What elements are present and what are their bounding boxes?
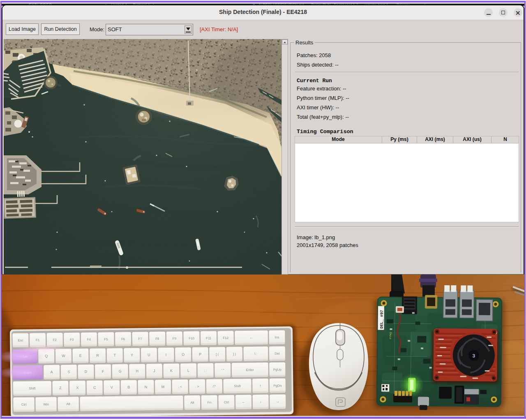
svg-text:F9: F9 [173,337,177,340]
svg-text:F7: F7 [138,337,143,341]
svg-text:\ :: \ : [254,352,257,356]
svg-text:W: W [62,354,65,358]
svg-text:C: C [93,385,96,390]
svg-text:O: O [182,353,185,357]
svg-text:PgDn: PgDn [273,384,281,388]
svg-text:F1: F1 [36,338,40,342]
svg-text:F11: F11 [206,336,212,340]
svg-text:F2: F2 [53,338,57,342]
svg-text:PgUp: PgUp [273,368,282,372]
svg-text:Q: Q [45,354,48,358]
svg-text:K: K [170,369,173,373]
svg-text:Y: Y [131,353,133,357]
svg-text:←: ← [242,400,245,404]
svg-text:←: ← [249,335,253,339]
svg-text:G: G [119,369,122,373]
svg-text:Enter: Enter [246,368,254,372]
svg-text:→: → [276,399,279,404]
svg-text:F5: F5 [104,337,108,341]
svg-text:F8: F8 [155,337,159,341]
svg-text:' ”: ' ” [221,369,224,372]
svg-text:/?: /? [213,385,216,388]
svg-text:F6: F6 [121,337,125,341]
svg-text:F3: F3 [70,338,74,342]
svg-text:L: L [187,368,189,372]
svg-text:↑: ↑ [259,383,261,388]
svg-text:; :: ; : [204,369,207,372]
svg-text:S: S [67,370,70,374]
svg-text:H: H [136,369,138,373]
svg-text:DEL_ #97: DEL_ #97 [380,310,384,329]
svg-text:Alt: Alt [190,401,194,404]
svg-text:F4: F4 [87,338,91,342]
svg-text:Ins: Ins [275,335,279,339]
svg-text:A: A [51,370,53,374]
svg-text:Z: Z [59,386,62,390]
svg-text:M: M [161,385,165,389]
svg-text:Win: Win [43,402,49,406]
svg-text:D: D [85,369,88,374]
svg-text:Shift: Shift [234,384,241,388]
svg-text:, <: , < [178,385,182,389]
svg-text:J: J [153,369,155,373]
svg-text:T: T [114,353,116,357]
svg-text:F12: F12 [223,336,228,340]
svg-text:3: 3 [473,353,475,359]
svg-text:N: N [145,385,148,389]
svg-text:B: B [127,385,130,389]
svg-text:Shift: Shift [29,387,36,390]
svg-text:Fn: Fn [208,401,211,404]
svg-text:I: I [166,353,167,357]
svg-text:Esc: Esc [18,339,23,342]
svg-text:X: X [76,386,79,390]
svg-text:U: U [148,353,150,357]
svg-text:[ (: [ ( [216,353,219,356]
svg-text:V: V [111,385,113,390]
svg-text:↓: ↓ [260,399,262,404]
svg-text:F10: F10 [189,337,194,340]
svg-text:Ctrl: Ctrl [21,403,27,406]
svg-text:] ): ] ) [233,352,236,356]
svg-text:Ctrl: Ctrl [224,400,229,404]
svg-text:Alt: Alt [67,402,71,406]
svg-text:PYNQ: PYNQ [389,332,392,339]
svg-text:P: P [199,352,201,356]
svg-text:F: F [102,369,104,374]
svg-text:R: R [96,353,99,358]
svg-text:Del: Del [275,352,279,355]
svg-text:E: E [79,353,82,358]
svg-text:. >: . > [195,385,199,388]
